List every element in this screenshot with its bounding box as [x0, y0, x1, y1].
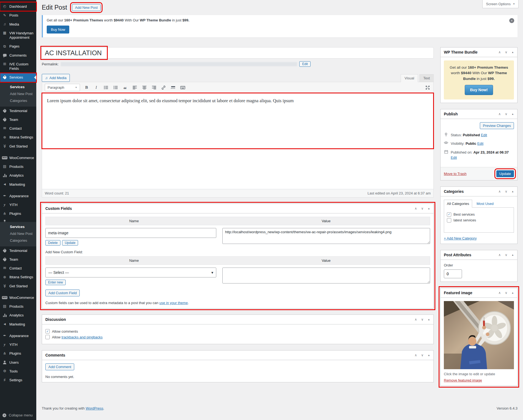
latest-services-checkbox[interactable] [447, 218, 451, 222]
blockquote-icon[interactable]: “ [122, 85, 128, 90]
edit-published-link[interactable]: Edit [451, 155, 457, 160]
discussion-header[interactable]: Discussion ∧ ∨ ▲ [42, 315, 433, 324]
categories-header[interactable]: Categories ∧ ∨ ▲ [441, 187, 517, 196]
sidebar-item-plugins[interactable]: ⋔ Plugins [0, 209, 36, 218]
collapse-menu-button[interactable]: ◄ Collapse menu [0, 410, 36, 420]
toggle-panel-icon[interactable]: ▲ [428, 318, 430, 321]
bullet-list-icon[interactable] [103, 85, 109, 90]
move-up-icon[interactable]: ∧ [414, 318, 417, 321]
tab-visual[interactable]: Visual [401, 74, 418, 82]
fullscreen-icon[interactable] [425, 85, 431, 90]
sidebar-item-testimonial[interactable]: Testimonial [0, 246, 36, 255]
screen-options-tab[interactable]: Screen Options ▼ [482, 0, 519, 8]
move-up-icon[interactable]: ∧ [498, 253, 501, 257]
sidebar-item-vw-handyman-appointment[interactable]: ▦ VW Handyman Appointment [0, 29, 36, 42]
edit-permalink-button[interactable]: Edit [299, 61, 311, 67]
best-services-checkbox[interactable]: ✓ [447, 212, 451, 217]
sidebar-item-media[interactable]: ♫ Media [0, 20, 36, 29]
sidebar-item-appearance[interactable]: ✒ Appearance [0, 332, 36, 340]
sidebar-item-yith[interactable]: y YITH [0, 340, 36, 349]
add-comment-button[interactable]: Add Comment [45, 363, 74, 370]
align-center-icon[interactable] [141, 85, 147, 90]
custom-field-name-input[interactable] [45, 228, 216, 238]
sidebar-item-team[interactable]: Team [0, 255, 36, 264]
wordpress-link[interactable]: WordPress [86, 406, 103, 410]
sidebar-item-posts[interactable]: ✎ Posts [0, 11, 36, 20]
move-down-icon[interactable]: ∨ [421, 207, 424, 210]
toggle-panel-icon[interactable]: ▲ [511, 291, 514, 294]
sidebar-item-yith[interactable]: y YITH [0, 201, 36, 209]
update-button[interactable]: Update [496, 170, 514, 177]
add-new-category-link[interactable]: + Add New Category [444, 236, 477, 240]
sidebar-item-ibtana-settings[interactable]: ⊕ Ibtana Settings [0, 273, 36, 282]
dismiss-icon[interactable]: × [509, 18, 514, 23]
sidebar-item-ive-custom-fields[interactable]: ⊞ IVE Custom Fields [0, 60, 36, 73]
buy-now-button[interactable]: Buy Now [47, 26, 69, 34]
use-in-your-theme-link[interactable]: use in your theme [159, 301, 188, 305]
toggle-panel-icon[interactable]: ▲ [511, 113, 514, 115]
submenu-item-categories[interactable]: Categories [0, 237, 36, 244]
sidebar-item-ibtana-settings[interactable]: ⊕ Ibtana Settings [0, 133, 36, 142]
buy-now-bundle-button[interactable]: Buy Now! [465, 85, 493, 95]
sidebar-item-testimonial[interactable]: Testimonial [0, 107, 36, 115]
toolbar-toggle-icon[interactable] [180, 85, 186, 90]
align-left-icon[interactable] [132, 85, 138, 90]
move-to-trash-link[interactable]: Move to Trash [444, 172, 466, 176]
move-down-icon[interactable]: ∨ [421, 318, 424, 321]
featured-image-header[interactable]: Featured image ∧ ∨ ▲ [441, 288, 517, 298]
sidebar-item-marketing[interactable]: ◄ Marketing [0, 180, 36, 189]
submenu-item-add-new-post[interactable]: Add New Post [0, 90, 36, 97]
italic-icon[interactable]: I [93, 85, 99, 90]
sidebar-item-contact[interactable]: ✉ Contact [0, 124, 36, 133]
read-more-icon[interactable] [170, 85, 176, 90]
sidebar-item-woocommerce[interactable]: WOO WooCommerce [0, 154, 36, 162]
sidebar-item-marketing[interactable]: ◄ Marketing [0, 320, 36, 329]
sidebar-item-products[interactable]: ▤ Products [0, 162, 36, 171]
move-down-icon[interactable]: ∨ [505, 253, 507, 257]
numbered-list-icon[interactable] [112, 85, 118, 90]
sidebar-item-analytics[interactable]: Analytics [0, 311, 36, 320]
move-up-icon[interactable]: ∧ [498, 112, 501, 116]
sidebar-item-team[interactable]: Team [0, 115, 36, 124]
sidebar-item-settings[interactable]: ♯ Settings [0, 376, 36, 385]
submenu-item-services[interactable]: Services [0, 84, 36, 90]
move-down-icon[interactable]: ∨ [505, 291, 507, 295]
trackbacks-link[interactable]: trackbacks and pingbacks [62, 335, 103, 339]
move-down-icon[interactable]: ∨ [421, 353, 424, 357]
edit-status-link[interactable]: Edit [481, 133, 487, 137]
custom-field-value-textarea[interactable]: http://localhost/wordpress_new/wp-conten… [222, 228, 430, 244]
wp-theme-bundle-header[interactable]: WP Theme Bundle ∧ ∨ ▲ [441, 48, 517, 57]
paragraph-format-select[interactable]: Paragraph ▼ [45, 84, 80, 91]
sidebar-item-get-started[interactable]: ≫ Get Started [0, 142, 36, 151]
submenu-item-categories[interactable]: Categories [0, 97, 36, 104]
sidebar-item-dashboard[interactable]: ◴ Dashboard [0, 2, 36, 11]
sidebar-item-contact[interactable]: ✉ Contact [0, 264, 36, 273]
sidebar-item-products[interactable]: ▤ Products [0, 302, 36, 311]
sidebar-item-comments[interactable]: Comments [0, 51, 36, 60]
sidebar-item-analytics[interactable]: Analytics [0, 171, 36, 180]
move-up-icon[interactable]: ∧ [414, 353, 417, 357]
sidebar-item-get-started[interactable]: ≫ Get Started [0, 282, 36, 291]
post-attributes-header[interactable]: Post Attributes ∧ ∨ ▲ [441, 250, 517, 260]
move-up-icon[interactable]: ∧ [498, 50, 501, 54]
sidebar-item-woocommerce[interactable]: WOO WooCommerce [0, 293, 36, 302]
sidebar-item-appearance[interactable]: ✒ Appearance [0, 192, 36, 201]
bold-icon[interactable]: B [84, 85, 90, 90]
toggle-panel-icon[interactable]: ▲ [511, 51, 514, 54]
preview-changes-button[interactable]: Preview Changes [480, 122, 514, 129]
move-down-icon[interactable]: ∨ [505, 50, 507, 54]
move-up-icon[interactable]: ∧ [498, 291, 501, 295]
allow-trackbacks-checkbox[interactable] [45, 335, 50, 339]
featured-image-thumbnail[interactable] [444, 301, 514, 369]
toggle-panel-icon[interactable]: ▲ [511, 254, 514, 256]
custom-fields-header[interactable]: Custom Fields ∧ ∨ ▲ [42, 204, 433, 213]
add-custom-field-button[interactable]: Add Custom Field [45, 290, 80, 296]
sidebar-item-pages[interactable]: ⧉ Pages [0, 42, 36, 51]
sidebar-item-users-partial[interactable] [0, 218, 36, 222]
tab-text[interactable]: Text [419, 74, 434, 82]
tab-all-categories[interactable]: All Categories [444, 200, 472, 208]
allow-comments-checkbox[interactable]: ✓ [45, 329, 50, 333]
insert-link-icon[interactable] [161, 85, 167, 90]
new-custom-field-value-textarea[interactable] [222, 268, 430, 283]
move-up-icon[interactable]: ∧ [414, 207, 417, 210]
